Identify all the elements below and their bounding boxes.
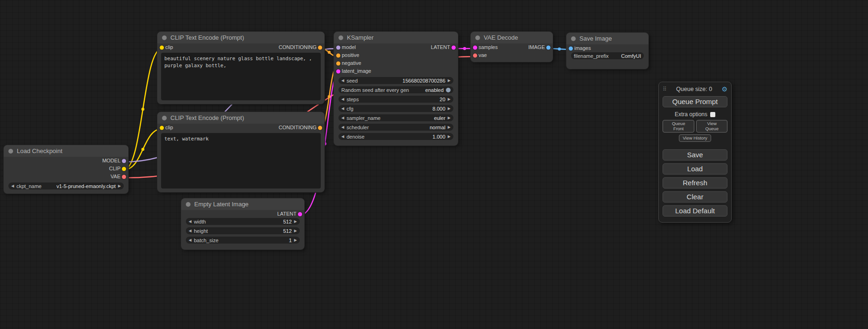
widget-width[interactable]: ◀ width 512 ▶ [186, 218, 300, 225]
node-titlebar[interactable]: Load Checkpoint [4, 145, 128, 157]
conditioning-output-dot[interactable] [318, 126, 322, 130]
node-status-dot[interactable] [162, 35, 167, 40]
refresh-button[interactable]: Refresh [663, 177, 727, 189]
model-input-dot[interactable] [336, 45, 340, 49]
view-history-button[interactable]: View History [679, 134, 711, 142]
next-arrow-icon[interactable]: ▶ [448, 114, 451, 121]
next-arrow-icon[interactable]: ▶ [448, 124, 451, 131]
node-titlebar[interactable]: VAE Decode [471, 32, 553, 43]
latent-output-dot[interactable] [298, 212, 302, 216]
widget-scheduler[interactable]: ◀ scheduler normal ▶ [339, 124, 453, 131]
widget-batch-size[interactable]: ◀ batch_size 1 ▶ [186, 237, 300, 244]
queue-prompt-button[interactable]: Queue Prompt [663, 96, 727, 107]
wire-dot [328, 51, 331, 54]
node-status-dot[interactable] [571, 36, 576, 41]
widget-label: denoise [346, 134, 365, 140]
load-button[interactable]: Load [663, 163, 727, 175]
node-ksampler[interactable]: KSampler model LATENT positive negative … [334, 32, 458, 146]
toggle-dot[interactable] [446, 88, 451, 92]
prev-arrow-icon[interactable]: ◀ [341, 96, 344, 103]
next-arrow-icon[interactable]: ▶ [294, 227, 297, 234]
clip-input-dot[interactable] [160, 126, 164, 130]
node-titlebar[interactable]: KSampler [334, 32, 458, 43]
negative-prompt-textarea[interactable]: text, watermark [161, 133, 321, 189]
node-vae-decode[interactable]: VAE Decode samples IMAGE vae [471, 32, 553, 62]
widget-label: steps [346, 97, 359, 102]
node-clip-text-encode-positive[interactable]: CLIP Text Encode (Prompt) clip CONDITION… [157, 32, 325, 104]
widget-cfg[interactable]: ◀ cfg 8.000 ▶ [339, 105, 453, 112]
widget-steps[interactable]: ◀ steps 20 ▶ [339, 96, 453, 103]
prev-arrow-icon[interactable]: ◀ [341, 114, 344, 121]
clip-output-dot[interactable] [122, 167, 126, 171]
output-slot-vae: VAE [4, 173, 128, 181]
widget-value: 8.000 [432, 106, 445, 112]
node-titlebar[interactable]: Empty Latent Image [181, 198, 304, 210]
next-arrow-icon[interactable]: ▶ [294, 218, 297, 225]
next-arrow-icon[interactable]: ▶ [294, 237, 297, 244]
positive-prompt-textarea[interactable]: beautiful scenery nature glass bottle la… [161, 53, 321, 100]
node-title: CLIP Text Encode (Prompt) [170, 114, 244, 121]
node-title: KSampler [347, 34, 374, 41]
clip-input-dot[interactable] [160, 45, 164, 49]
prev-arrow-icon[interactable]: ◀ [189, 218, 191, 225]
node-titlebar[interactable]: CLIP Text Encode (Prompt) [157, 112, 325, 124]
widget-value: 512 [283, 219, 291, 224]
load-default-button[interactable]: Load Default [663, 205, 727, 217]
queue-menu-panel: ⠿ Queue size: 0 ⚙ Queue Prompt Extra opt… [658, 82, 732, 223]
prev-arrow-icon[interactable]: ◀ [341, 77, 344, 84]
queue-front-button[interactable]: Queue Front [663, 120, 694, 133]
node-load-checkpoint[interactable]: Load Checkpoint MODEL CLIP VAE ◀ ckpt_na… [4, 145, 128, 194]
widget-label: batch_size [194, 238, 219, 243]
view-queue-button[interactable]: View Queue [696, 120, 727, 133]
positive-input-dot[interactable] [336, 53, 340, 57]
conditioning-output-dot[interactable] [318, 45, 322, 49]
extra-options-checkbox[interactable] [710, 112, 715, 117]
widget-label: seed [346, 78, 358, 84]
node-status-dot[interactable] [8, 149, 13, 154]
samples-input-dot[interactable] [473, 45, 477, 49]
prev-arrow-icon[interactable]: ◀ [189, 227, 191, 234]
gear-icon[interactable]: ⚙ [721, 85, 727, 93]
node-titlebar[interactable]: CLIP Text Encode (Prompt) [157, 32, 325, 43]
widget-random-seed-toggle[interactable]: Random seed after every gen enabled [339, 86, 453, 93]
slot-label: CLIP [109, 165, 120, 173]
prev-arrow-icon[interactable]: ◀ [341, 124, 344, 131]
widget-seed[interactable]: ◀ seed 156680208700286 ▶ [339, 77, 453, 84]
vae-output-dot[interactable] [122, 175, 126, 179]
clear-button[interactable]: Clear [663, 191, 727, 203]
drag-handle-icon[interactable]: ⠿ [663, 86, 667, 92]
model-output-dot[interactable] [122, 159, 126, 163]
node-status-dot[interactable] [475, 35, 480, 40]
node-save-image[interactable]: Save Image images filename_prefix ComfyU… [566, 33, 649, 69]
widget-sampler-name[interactable]: ◀ sampler_name euler ▶ [339, 114, 453, 121]
next-arrow-icon[interactable]: ▶ [448, 133, 451, 140]
node-clip-text-encode-negative[interactable]: CLIP Text Encode (Prompt) clip CONDITION… [157, 112, 325, 192]
widget-filename-prefix[interactable]: filename_prefix ComfyUI [571, 52, 644, 59]
widget-value: 1.000 [432, 134, 445, 140]
latent-image-input-dot[interactable] [336, 69, 340, 73]
vae-input-dot[interactable] [473, 53, 477, 57]
negative-input-dot[interactable] [336, 61, 340, 65]
next-arrow-icon[interactable]: ▶ [448, 77, 451, 84]
node-titlebar[interactable]: Save Image [566, 33, 649, 44]
slot-row-vae: vae [471, 51, 553, 59]
prev-arrow-icon[interactable]: ◀ [341, 105, 344, 112]
widget-denoise[interactable]: ◀ denoise 1.000 ▶ [339, 133, 453, 140]
prev-arrow-icon[interactable]: ◀ [189, 237, 191, 244]
save-button[interactable]: Save [663, 149, 727, 161]
widget-ckpt-name[interactable]: ◀ ckpt_name v1-5-pruned-emaonly.ckpt ▶ [8, 182, 124, 189]
next-arrow-icon[interactable]: ▶ [448, 96, 451, 103]
slot-row-latent-image: latent_image [334, 67, 458, 75]
prev-arrow-icon[interactable]: ◀ [11, 182, 14, 189]
node-empty-latent-image[interactable]: Empty Latent Image LATENT ◀ width 512 ▶ … [181, 198, 304, 250]
images-input-dot[interactable] [569, 46, 573, 50]
prev-arrow-icon[interactable]: ◀ [341, 133, 344, 140]
latent-output-dot[interactable] [452, 45, 456, 49]
node-status-dot[interactable] [186, 202, 191, 207]
node-status-dot[interactable] [339, 35, 343, 40]
next-arrow-icon[interactable]: ▶ [448, 105, 451, 112]
next-arrow-icon[interactable]: ▶ [118, 182, 121, 189]
node-status-dot[interactable] [162, 116, 167, 120]
widget-height[interactable]: ◀ height 512 ▶ [186, 227, 300, 234]
image-output-dot[interactable] [546, 45, 550, 49]
